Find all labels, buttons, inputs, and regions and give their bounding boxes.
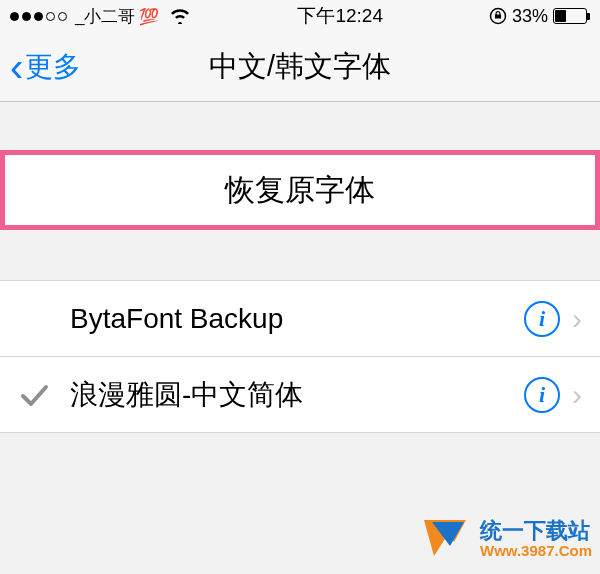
back-label: 更多 xyxy=(25,48,81,86)
status-bar: _小二哥 💯 下午12:24 33% xyxy=(0,0,600,32)
restore-font-button[interactable]: 恢复原字体 xyxy=(5,155,595,225)
restore-label: 恢复原字体 xyxy=(225,170,375,211)
watermark-title: 统一下载站 xyxy=(480,519,592,543)
wifi-icon xyxy=(169,8,191,24)
battery-icon xyxy=(553,8,590,24)
selection-indicator xyxy=(18,379,70,411)
status-left: _小二哥 💯 xyxy=(10,5,191,28)
section-spacer xyxy=(0,230,600,280)
font-row-bytafont-backup[interactable]: BytaFont Backup i › xyxy=(0,281,600,357)
chevron-right-icon: › xyxy=(572,302,582,336)
watermark-text: 统一下载站 Www.3987.Com xyxy=(480,519,592,560)
info-icon[interactable]: i xyxy=(524,377,560,413)
font-list: BytaFont Backup i › 浪漫雅圆-中文简体 i › xyxy=(0,280,600,433)
font-name: BytaFont Backup xyxy=(70,303,524,335)
watermark-url: Www.3987.Com xyxy=(480,543,592,560)
orientation-lock-icon xyxy=(489,7,507,25)
restore-section: 恢复原字体 xyxy=(0,150,600,230)
signal-strength-icon xyxy=(10,12,67,21)
checkmark-icon xyxy=(18,379,50,411)
info-icon[interactable]: i xyxy=(524,301,560,337)
font-row-langmanyayuan[interactable]: 浪漫雅圆-中文简体 i › xyxy=(0,357,600,433)
status-time: 下午12:24 xyxy=(191,3,489,29)
battery-percent: 33% xyxy=(512,6,548,27)
page-title: 中文/韩文字体 xyxy=(0,47,600,87)
back-button[interactable]: ‹ 更多 xyxy=(0,47,81,87)
watermark-logo-icon xyxy=(420,512,474,566)
chevron-right-icon: › xyxy=(572,378,582,412)
chevron-left-icon: ‹ xyxy=(10,47,23,87)
hundred-emoji: 💯 xyxy=(139,7,159,26)
status-right: 33% xyxy=(489,6,590,27)
section-spacer xyxy=(0,102,600,150)
carrier-label: _小二哥 xyxy=(75,5,135,28)
watermark: 统一下载站 Www.3987.Com xyxy=(420,512,592,566)
navigation-bar: ‹ 更多 中文/韩文字体 xyxy=(0,32,600,102)
font-name: 浪漫雅圆-中文简体 xyxy=(70,376,524,414)
